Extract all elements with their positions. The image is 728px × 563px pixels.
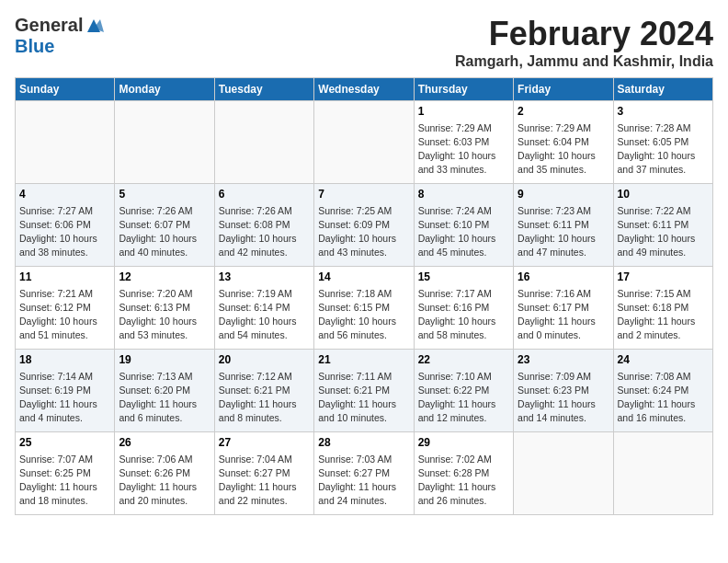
logo: General Blue <box>15 15 104 57</box>
page-subtitle: Ramgarh, Jammu and Kashmir, India <box>455 53 713 70</box>
calendar-cell: 9Sunrise: 7:23 AMSunset: 6:11 PMDaylight… <box>514 184 613 267</box>
calendar-cell: 14Sunrise: 7:18 AMSunset: 6:15 PMDayligh… <box>314 267 414 350</box>
calendar-cell: 3Sunrise: 7:28 AMSunset: 6:05 PMDaylight… <box>613 101 712 184</box>
calendar-header-sunday: Sunday <box>16 78 115 101</box>
day-number: 15 <box>418 270 509 285</box>
day-info: Sunrise: 7:29 AMSunset: 6:04 PMDaylight:… <box>518 121 609 178</box>
day-info: Sunrise: 7:06 AMSunset: 6:26 PMDaylight:… <box>119 453 210 509</box>
day-number: 16 <box>518 270 609 285</box>
day-number: 21 <box>318 352 409 368</box>
calendar-header-thursday: Thursday <box>414 78 513 101</box>
calendar-cell: 21Sunrise: 7:11 AMSunset: 6:21 PMDayligh… <box>314 350 414 432</box>
calendar-header-row: SundayMondayTuesdayWednesdayThursdayFrid… <box>16 78 713 101</box>
calendar-table: SundayMondayTuesdayWednesdayThursdayFrid… <box>15 77 713 515</box>
day-info: Sunrise: 7:22 AMSunset: 6:11 PMDaylight:… <box>618 204 709 260</box>
calendar-cell: 22Sunrise: 7:10 AMSunset: 6:22 PMDayligh… <box>414 350 513 432</box>
day-number: 13 <box>219 270 310 285</box>
day-number: 24 <box>618 352 709 368</box>
day-info: Sunrise: 7:18 AMSunset: 6:15 PMDaylight:… <box>318 287 409 343</box>
day-info: Sunrise: 7:27 AMSunset: 6:06 PMDaylight:… <box>19 204 110 260</box>
calendar-cell: 8Sunrise: 7:24 AMSunset: 6:10 PMDaylight… <box>414 184 513 267</box>
day-info: Sunrise: 7:07 AMSunset: 6:25 PMDaylight:… <box>19 453 110 509</box>
day-number: 18 <box>19 352 110 368</box>
calendar-cell: 19Sunrise: 7:13 AMSunset: 6:20 PMDayligh… <box>115 350 214 432</box>
calendar-week-row: 4Sunrise: 7:27 AMSunset: 6:06 PMDaylight… <box>16 184 713 267</box>
calendar-cell: 29Sunrise: 7:02 AMSunset: 6:28 PMDayligh… <box>414 432 513 515</box>
day-number: 14 <box>318 270 409 285</box>
day-info: Sunrise: 7:23 AMSunset: 6:11 PMDaylight:… <box>518 204 609 260</box>
day-number: 29 <box>418 435 509 451</box>
calendar-header-wednesday: Wednesday <box>314 78 414 101</box>
calendar-cell: 5Sunrise: 7:26 AMSunset: 6:07 PMDaylight… <box>115 184 214 267</box>
day-info: Sunrise: 7:12 AMSunset: 6:21 PMDaylight:… <box>219 370 310 426</box>
day-info: Sunrise: 7:13 AMSunset: 6:20 PMDaylight:… <box>119 370 210 426</box>
calendar-header-tuesday: Tuesday <box>214 78 313 101</box>
calendar-week-row: 11Sunrise: 7:21 AMSunset: 6:12 PMDayligh… <box>16 267 713 350</box>
day-number: 10 <box>618 187 709 202</box>
day-number: 27 <box>219 435 310 451</box>
calendar-week-row: 18Sunrise: 7:14 AMSunset: 6:19 PMDayligh… <box>16 350 713 432</box>
day-number: 7 <box>318 187 409 202</box>
day-info: Sunrise: 7:16 AMSunset: 6:17 PMDaylight:… <box>518 287 609 343</box>
day-number: 22 <box>418 352 509 368</box>
day-number: 11 <box>19 270 110 285</box>
calendar-cell: 25Sunrise: 7:07 AMSunset: 6:25 PMDayligh… <box>16 432 115 515</box>
calendar-cell <box>115 101 214 184</box>
day-number: 2 <box>518 104 609 120</box>
calendar-cell: 26Sunrise: 7:06 AMSunset: 6:26 PMDayligh… <box>115 432 214 515</box>
day-info: Sunrise: 7:04 AMSunset: 6:27 PMDaylight:… <box>219 453 310 509</box>
day-info: Sunrise: 7:29 AMSunset: 6:03 PMDaylight:… <box>418 121 509 178</box>
calendar-cell: 27Sunrise: 7:04 AMSunset: 6:27 PMDayligh… <box>214 432 313 515</box>
calendar-cell: 10Sunrise: 7:22 AMSunset: 6:11 PMDayligh… <box>613 184 712 267</box>
day-info: Sunrise: 7:10 AMSunset: 6:22 PMDaylight:… <box>418 370 509 426</box>
day-number: 4 <box>19 187 110 202</box>
calendar-cell: 20Sunrise: 7:12 AMSunset: 6:21 PMDayligh… <box>214 350 313 432</box>
calendar-cell <box>214 101 313 184</box>
calendar-cell: 15Sunrise: 7:17 AMSunset: 6:16 PMDayligh… <box>414 267 513 350</box>
day-info: Sunrise: 7:20 AMSunset: 6:13 PMDaylight:… <box>119 287 210 343</box>
calendar-cell: 13Sunrise: 7:19 AMSunset: 6:14 PMDayligh… <box>214 267 313 350</box>
day-number: 5 <box>119 187 210 202</box>
calendar-cell: 4Sunrise: 7:27 AMSunset: 6:06 PMDaylight… <box>16 184 115 267</box>
day-info: Sunrise: 7:15 AMSunset: 6:18 PMDaylight:… <box>618 287 709 343</box>
calendar-cell: 2Sunrise: 7:29 AMSunset: 6:04 PMDaylight… <box>514 101 613 184</box>
day-info: Sunrise: 7:02 AMSunset: 6:28 PMDaylight:… <box>418 453 509 509</box>
day-number: 26 <box>119 435 210 451</box>
calendar-cell: 12Sunrise: 7:20 AMSunset: 6:13 PMDayligh… <box>115 267 214 350</box>
day-number: 1 <box>418 104 509 120</box>
day-info: Sunrise: 7:14 AMSunset: 6:19 PMDaylight:… <box>19 370 110 426</box>
day-info: Sunrise: 7:26 AMSunset: 6:07 PMDaylight:… <box>119 204 210 260</box>
day-info: Sunrise: 7:11 AMSunset: 6:21 PMDaylight:… <box>318 370 409 426</box>
day-number: 6 <box>219 187 310 202</box>
day-number: 20 <box>219 352 310 368</box>
day-info: Sunrise: 7:21 AMSunset: 6:12 PMDaylight:… <box>19 287 110 343</box>
day-number: 8 <box>418 187 509 202</box>
day-number: 23 <box>518 352 609 368</box>
calendar-cell <box>613 432 712 515</box>
calendar-cell <box>514 432 613 515</box>
day-number: 12 <box>119 270 210 285</box>
calendar-cell: 23Sunrise: 7:09 AMSunset: 6:23 PMDayligh… <box>514 350 613 432</box>
calendar-cell: 7Sunrise: 7:25 AMSunset: 6:09 PMDaylight… <box>314 184 414 267</box>
title-block: February 2024 Ramgarh, Jammu and Kashmir… <box>455 15 713 70</box>
day-info: Sunrise: 7:28 AMSunset: 6:05 PMDaylight:… <box>618 121 709 178</box>
day-number: 25 <box>19 435 110 451</box>
calendar-week-row: 1Sunrise: 7:29 AMSunset: 6:03 PMDaylight… <box>16 101 713 184</box>
logo-general-text: General <box>15 15 83 36</box>
calendar-cell: 18Sunrise: 7:14 AMSunset: 6:19 PMDayligh… <box>16 350 115 432</box>
day-number: 28 <box>318 435 409 451</box>
day-info: Sunrise: 7:17 AMSunset: 6:16 PMDaylight:… <box>418 287 509 343</box>
day-info: Sunrise: 7:26 AMSunset: 6:08 PMDaylight:… <box>219 204 310 260</box>
day-info: Sunrise: 7:03 AMSunset: 6:27 PMDaylight:… <box>318 453 409 509</box>
day-info: Sunrise: 7:08 AMSunset: 6:24 PMDaylight:… <box>618 370 709 426</box>
day-number: 17 <box>618 270 709 285</box>
calendar-cell <box>16 101 115 184</box>
day-info: Sunrise: 7:19 AMSunset: 6:14 PMDaylight:… <box>219 287 310 343</box>
calendar-cell: 17Sunrise: 7:15 AMSunset: 6:18 PMDayligh… <box>613 267 712 350</box>
calendar-cell <box>314 101 414 184</box>
day-info: Sunrise: 7:24 AMSunset: 6:10 PMDaylight:… <box>418 204 509 260</box>
calendar-cell: 24Sunrise: 7:08 AMSunset: 6:24 PMDayligh… <box>613 350 712 432</box>
page-header: General Blue February 2024 Ramgarh, Jamm… <box>15 15 713 70</box>
day-number: 9 <box>518 187 609 202</box>
calendar-cell: 16Sunrise: 7:16 AMSunset: 6:17 PMDayligh… <box>514 267 613 350</box>
